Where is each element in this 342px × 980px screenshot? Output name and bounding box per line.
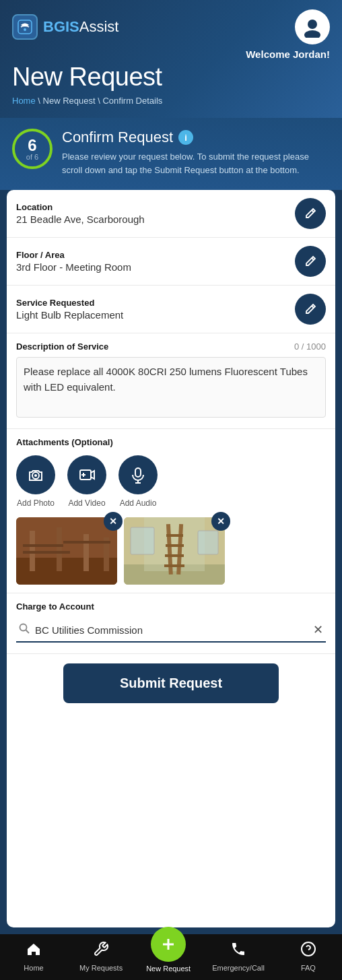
description-textarea[interactable] — [16, 357, 326, 418]
logo-icon — [12, 14, 38, 40]
svg-point-3 — [304, 30, 320, 38]
svg-rect-21 — [16, 517, 117, 585]
svg-point-34 — [20, 624, 27, 631]
charge-input[interactable] — [35, 624, 308, 636]
nav-new-request[interactable]: New Request — [145, 940, 192, 973]
attachment-thumbnails: ✕ — [16, 517, 326, 585]
main-card: Location 21 Beadle Ave, Scarborough Floo… — [7, 190, 335, 927]
step-section: 6 of 6 Confirm Request i Please review y… — [0, 118, 342, 190]
phone-icon — [230, 941, 246, 961]
svg-line-35 — [26, 630, 30, 634]
submit-section: Submit Request — [7, 654, 335, 715]
attachments-label: Attachments (Optional) — [16, 437, 326, 447]
step-content: Confirm Request i Please review your req… — [62, 129, 330, 176]
wrench-icon — [93, 941, 109, 961]
new-request-circle — [151, 927, 186, 962]
floor-edit-button[interactable] — [295, 246, 326, 277]
add-video-label: Add Video — [68, 498, 105, 508]
nav-emergency-label: Emergency/Call — [212, 964, 265, 972]
attachments-section: Attachments (Optional) Add Photo — [7, 429, 335, 593]
nav-faq[interactable]: FAQ — [285, 941, 332, 972]
breadcrumb-home[interactable]: Home — [12, 96, 36, 106]
charge-input-row: ✕ — [16, 618, 326, 643]
add-photo-button[interactable] — [16, 455, 55, 494]
svg-point-1 — [24, 28, 26, 31]
floor-label: Floor / Area — [16, 250, 131, 260]
description-section: Description of Service 0 / 1000 — [7, 333, 335, 429]
logo: BGISAssist — [12, 14, 118, 40]
svg-point-5 — [34, 474, 37, 477]
svg-rect-9 — [135, 468, 141, 477]
floor-row: Floor / Area 3rd Floor - Meeting Room — [7, 238, 335, 286]
nav-my-requests-label: My Requests — [79, 964, 123, 972]
page-title: New Request — [12, 63, 330, 92]
charge-clear-button[interactable]: ✕ — [313, 622, 323, 637]
attachment-buttons: Add Photo Add Video — [16, 455, 326, 508]
svg-point-2 — [308, 20, 317, 29]
remove-thumbnail-1[interactable]: ✕ — [104, 512, 123, 531]
bottom-nav: Home My Requests New Request Emergency/C… — [0, 934, 342, 980]
service-edit-button[interactable] — [295, 294, 326, 325]
add-photo-item: Add Photo — [16, 455, 55, 508]
step-circle: 6 of 6 — [12, 129, 53, 169]
add-video-button[interactable] — [67, 455, 106, 494]
char-count: 0 / 1000 — [294, 341, 326, 352]
add-audio-item: Add Audio — [118, 455, 158, 508]
add-video-item: Add Video — [67, 455, 106, 508]
remove-thumbnail-2[interactable]: ✕ — [211, 512, 230, 531]
add-audio-button[interactable] — [118, 455, 158, 494]
charge-label: Charge to Account — [16, 601, 326, 612]
charge-section: Charge to Account ✕ — [7, 593, 335, 654]
thumbnail-1: ✕ — [16, 517, 117, 585]
location-edit-button[interactable] — [295, 198, 326, 229]
header: BGISAssist Welcome Jordan! New Request H… — [0, 0, 342, 118]
logo-text: BGISAssist — [43, 18, 118, 36]
add-photo-label: Add Photo — [17, 498, 55, 508]
faq-icon — [300, 941, 316, 961]
location-value: 21 Beadle Ave, Scarborough — [16, 214, 145, 225]
service-value: Light Bulb Replacement — [16, 309, 123, 321]
svg-rect-33 — [124, 517, 225, 585]
avatar[interactable] — [295, 9, 330, 44]
location-row: Location 21 Beadle Ave, Scarborough — [7, 190, 335, 238]
thumbnail-2: ✕ — [124, 517, 225, 585]
add-audio-label: Add Audio — [120, 498, 157, 508]
nav-emergency[interactable]: Emergency/Call — [212, 941, 265, 972]
nav-my-requests[interactable]: My Requests — [77, 941, 125, 972]
info-icon[interactable]: i — [178, 130, 193, 145]
description-label: Description of Service — [16, 341, 108, 352]
welcome-text: Welcome Jordan! — [12, 48, 330, 60]
breadcrumb: Home \ New Request \ Confirm Details — [12, 96, 330, 106]
step-description: Please review your request below. To sub… — [62, 150, 330, 176]
service-row: Service Requested Light Bulb Replacement — [7, 286, 335, 333]
location-label: Location — [16, 202, 145, 212]
step-title: Confirm Request — [62, 129, 173, 146]
home-icon — [26, 941, 42, 961]
step-of: of 6 — [26, 154, 38, 161]
thumbnail-image-1 — [16, 517, 117, 585]
svg-rect-0 — [18, 20, 32, 34]
step-number: 6 — [28, 137, 36, 154]
search-icon — [19, 623, 30, 636]
thumbnail-image-2 — [124, 517, 225, 585]
nav-new-request-label: New Request — [146, 965, 191, 973]
floor-value: 3rd Floor - Meeting Room — [16, 261, 131, 273]
nav-home[interactable]: Home — [10, 941, 57, 972]
service-label: Service Requested — [16, 298, 123, 308]
nav-faq-label: FAQ — [301, 964, 316, 972]
nav-home-label: Home — [24, 964, 43, 972]
submit-request-button[interactable]: Submit Request — [63, 663, 279, 703]
